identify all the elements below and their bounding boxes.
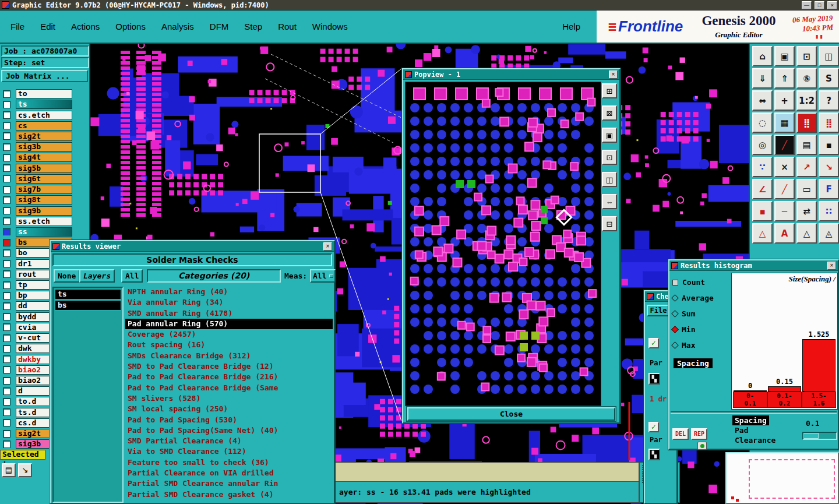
help-tool-icon[interactable]: ? [819,90,839,111]
category-item[interactable]: Feature too small to check (36) [125,457,333,468]
layer-visibility-checkbox[interactable] [3,313,10,320]
layer-visibility-checkbox[interactable] [3,430,10,438]
layer-name[interactable]: cs [16,121,72,131]
layer-visibility-checkbox[interactable] [3,440,10,448]
layer-visibility-checkbox[interactable] [3,366,10,373]
snap-icon[interactable]: S [819,68,839,89]
net-points-icon[interactable]: ∵ [752,157,773,177]
matrix-edit-icon[interactable]: ▤ [2,463,16,477]
stat-option[interactable]: Sum [672,306,731,322]
layer-visibility-checkbox[interactable] [3,217,10,225]
layer-row[interactable]: cs [0,121,90,131]
delete-icon[interactable]: × [774,157,795,177]
close-icon[interactable]: × [323,242,332,251]
layer-row[interactable]: sig5b [0,163,90,174]
layer-name[interactable]: sig6t [16,174,72,184]
category-item[interactable]: Partial Clearance on VIA drilled [125,468,333,478]
filter-layers-button[interactable]: Layers [79,269,115,283]
category-item[interactable]: SM slivers (528) [125,393,333,404]
menu-item[interactable]: Rout [278,22,297,31]
layer-visibility-checkbox[interactable] [3,228,10,235]
layer-row[interactable]: sig3b [0,142,90,152]
category-item[interactable]: Via to SMD Clearance (112) [125,446,333,457]
menu-item[interactable]: Actions [71,22,100,31]
action-matrix-icon[interactable]: ▚ [648,449,660,460]
category-item[interactable]: Pad annular Ring (570) [125,319,333,329]
filter-all-button[interactable]: All [121,269,143,283]
layer-row[interactable]: sig7b [0,184,90,195]
layer-name[interactable]: ss.etch [16,217,72,226]
action-matrix-icon[interactable]: ▚ [648,373,660,385]
category-item[interactable]: Pad to Pad Spacing(Same Net) (40) [125,425,333,436]
fit-all-icon[interactable]: ⇔ [752,90,773,111]
fit-width-icon[interactable]: ⇔ [602,194,617,209]
layer-visibility-checkbox[interactable] [3,154,10,161]
layer-visibility-checkbox[interactable] [3,270,10,278]
layer-row[interactable]: to [0,89,90,99]
screen-view-icon[interactable]: ▣ [774,46,795,66]
vector-down-icon[interactable]: ↘ [819,157,839,177]
layer-name[interactable]: sig7b [16,185,72,194]
origin-icon[interactable]: ◎ [752,135,773,155]
layer-name[interactable]: sig3b [16,142,72,151]
close-icon[interactable]: × [827,1,837,9]
category-item[interactable]: SM local spacing (250) [125,404,333,414]
layer-name[interactable]: sig9b [16,206,72,216]
zoom-area-icon[interactable]: ⊡ [602,150,617,165]
category-item[interactable]: Via annular Ring (34) [125,297,333,308]
close-icon[interactable]: × [827,262,836,270]
layer-name[interactable]: ts [16,100,72,109]
split-pane-icon[interactable]: ◫ [602,172,617,187]
layer-visibility-checkbox[interactable] [3,345,10,353]
category-item[interactable]: SMD to Pad Clearance Bridge (12) [125,361,333,372]
segment-icon[interactable]: ─ [774,201,795,221]
category-item[interactable]: Rout spacing (16) [125,340,333,350]
menu-item[interactable]: Analysis [161,22,194,31]
pan-icon[interactable]: + [774,90,795,111]
angle-icon[interactable]: ∠ [752,179,773,199]
results-layer-item[interactable]: bs [55,300,121,311]
zoom-window-icon[interactable]: ⊡ [796,46,817,66]
repeat-button[interactable]: REP [691,428,707,440]
meas-dropdown[interactable]: All [310,269,336,283]
layer-visibility-checkbox[interactable] [3,207,10,214]
stat-option[interactable]: Count [672,274,731,290]
popview-titlebar[interactable]: Popview - 1 × [403,69,619,80]
category-item[interactable]: Coverage (2457) [125,329,333,340]
menu-help[interactable]: Help [562,22,580,31]
layer-row[interactable]: sig6t [0,174,90,184]
import-view-icon[interactable]: ⇓ [752,68,773,89]
layer-visibility-checkbox[interactable] [3,186,10,193]
layer-row[interactable]: ts [0,99,90,110]
rect-icon[interactable]: ▭ [796,179,817,199]
delete-button[interactable]: DEL [672,428,689,440]
layer-visibility-checkbox[interactable] [3,260,10,267]
triangle-icon[interactable]: △ [752,223,773,244]
file-menu-button[interactable]: File [647,305,670,316]
layer-row[interactable]: cs.etch [0,110,90,120]
capture-icon[interactable]: ⊠ [602,105,617,121]
minimize-icon[interactable]: — [802,1,812,9]
vector-up-icon[interactable]: ↗ [796,157,817,177]
category-item[interactable]: Pad to Pad Clearance Bridge (Same [125,383,333,393]
text-a-icon[interactable]: A [774,223,795,244]
layer-name[interactable]: to [16,89,72,98]
close-icon[interactable]: × [609,71,618,79]
layer-visibility-checkbox[interactable] [3,196,10,204]
layer-visibility-checkbox[interactable] [3,377,10,385]
histogram-titlebar[interactable]: Results histogram × [669,260,838,271]
lasso-icon[interactable]: ◌ [752,112,773,133]
check-ok-icon[interactable]: ✓ [648,422,659,432]
layer-visibility-checkbox[interactable] [3,175,10,182]
layer-visibility-checkbox[interactable] [3,387,10,395]
pick-arrow-icon[interactable]: ↘ [18,463,32,477]
layer-name[interactable]: sig8t [16,195,72,205]
triangle-dot-icon[interactable]: ◬ [819,223,839,244]
export-view-icon[interactable]: ⇑ [774,68,795,89]
layer-visibility-checkbox[interactable] [3,143,10,151]
scrollbar-thumb[interactable] [803,433,819,439]
layer-row[interactable]: sig2t [0,131,90,142]
check-ok-icon[interactable]: ✓ [648,338,659,348]
menu-item[interactable]: File [10,22,24,31]
layer-visibility-checkbox[interactable] [3,111,10,119]
